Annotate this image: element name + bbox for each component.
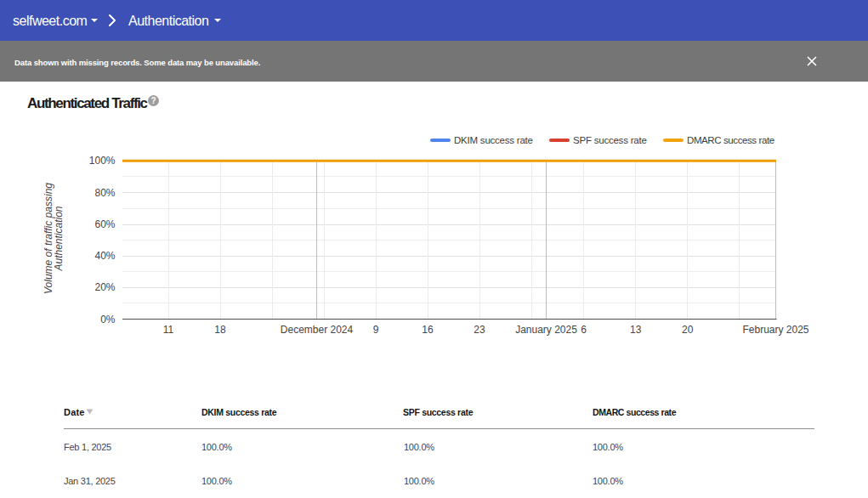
svg-text:20: 20 (682, 324, 694, 336)
svg-text:23: 23 (474, 324, 485, 336)
svg-text:13: 13 (630, 324, 642, 336)
svg-text:9: 9 (373, 324, 379, 336)
svg-text:February 2025: February 2025 (742, 324, 808, 336)
svg-text:100%: 100% (89, 155, 116, 167)
svg-text:January 2025: January 2025 (515, 324, 577, 336)
svg-text:0%: 0% (100, 314, 116, 325)
svg-text:60%: 60% (94, 218, 115, 230)
svg-text:December 2024: December 2024 (281, 324, 354, 336)
svg-text:40%: 40% (94, 250, 115, 262)
svg-text:16: 16 (422, 324, 434, 336)
svg-text:18: 18 (214, 324, 226, 336)
svg-text:Authentication: Authentication (53, 206, 65, 271)
svg-text:6: 6 (581, 324, 587, 336)
svg-text:20%: 20% (94, 281, 115, 293)
svg-text:11: 11 (163, 324, 174, 336)
svg-text:80%: 80% (94, 187, 115, 199)
